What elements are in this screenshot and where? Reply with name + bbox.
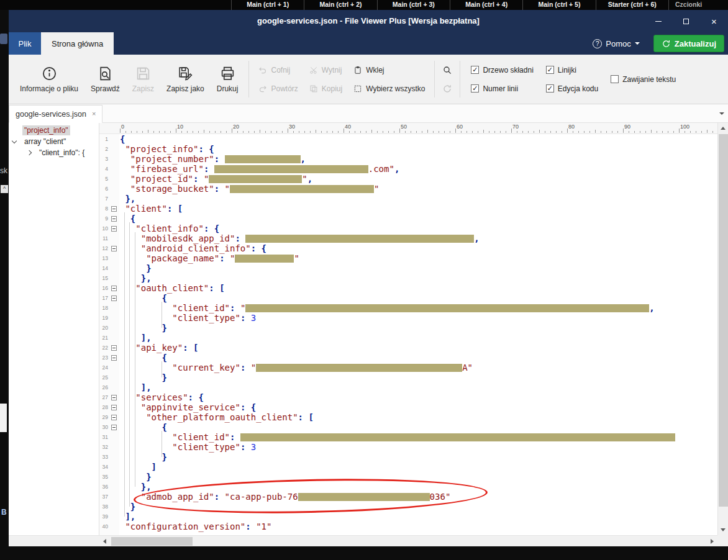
code-edit-checkbox[interactable]: ✓Edycja kodu bbox=[546, 84, 598, 93]
fold-column bbox=[108, 452, 120, 462]
ruler-label: 40 bbox=[345, 124, 351, 130]
save-as-button[interactable]: Zapisz jako bbox=[160, 55, 211, 104]
background-window-tab[interactable]: Starter (ctrl + 6) bbox=[596, 0, 668, 10]
save-icon bbox=[135, 66, 151, 81]
view-options: ✓Drzewo składni✓Numer linii ✓Linijki✓Edy… bbox=[465, 55, 682, 104]
background-window-tab[interactable]: Main (ctrl + 5) bbox=[522, 0, 595, 10]
code-editor[interactable]: 0102030405060708090100 1{2 "project_info… bbox=[99, 123, 717, 535]
code-text: "current_key": "A" bbox=[120, 363, 473, 373]
vertical-scrollbar-thumb[interactable] bbox=[719, 134, 728, 507]
background-window-tab[interactable]: Main (ctrl + 3) bbox=[377, 0, 450, 10]
fold-collapse-icon[interactable] bbox=[111, 345, 117, 351]
tab-file[interactable]: Plik bbox=[9, 32, 41, 55]
fold-collapse-icon[interactable] bbox=[111, 226, 117, 232]
document-tab[interactable]: google-services.json × bbox=[9, 105, 102, 123]
undo-button[interactable]: Cofnij bbox=[253, 66, 303, 75]
ruler-label: 30 bbox=[289, 124, 295, 130]
code-text: ], bbox=[120, 512, 135, 522]
fold-column bbox=[108, 363, 120, 373]
horizontal-scrollbar-thumb[interactable] bbox=[111, 537, 193, 546]
ruler-tick bbox=[165, 131, 165, 133]
search-button[interactable] bbox=[442, 65, 452, 75]
line-number: 40 bbox=[99, 522, 108, 531]
scroll-up-button[interactable] bbox=[718, 123, 728, 133]
file-info-button[interactable]: Informacje o pliku bbox=[14, 55, 84, 104]
ruler-tick bbox=[601, 131, 601, 133]
verify-button[interactable]: Sprawdź bbox=[84, 55, 126, 104]
close-button[interactable]: × bbox=[700, 10, 728, 32]
fold-collapse-icon[interactable] bbox=[111, 425, 117, 430]
ruler-tick bbox=[377, 131, 378, 133]
select-all-button[interactable]: Wybierz wszystko bbox=[348, 84, 430, 93]
update-button[interactable]: Zaktualizuj bbox=[653, 35, 724, 52]
tree-item[interactable]: "project_info" bbox=[9, 125, 99, 136]
print-button[interactable]: Drukuj bbox=[211, 55, 245, 104]
code-token: 3 bbox=[251, 313, 256, 323]
scroll-right-button[interactable] bbox=[707, 536, 717, 546]
paste-button[interactable]: Wklej bbox=[348, 66, 430, 75]
search-next-button[interactable] bbox=[442, 84, 452, 94]
code-line: 4 "firebase_url": .com", bbox=[99, 164, 717, 174]
minimize-button[interactable] bbox=[644, 10, 672, 32]
ruler-label: 80 bbox=[568, 124, 575, 130]
fold-collapse-icon[interactable] bbox=[111, 296, 117, 301]
fold-collapse-icon[interactable] bbox=[111, 355, 117, 361]
code-text: }, bbox=[120, 194, 135, 204]
background-window-tab[interactable]: Main (ctrl + 1) bbox=[231, 0, 304, 10]
scroll-down-button[interactable] bbox=[718, 525, 728, 535]
line-number: 14 bbox=[99, 263, 108, 273]
rulers-checkbox[interactable]: ✓Linijki bbox=[546, 66, 598, 75]
tab-list-dropdown-icon[interactable] bbox=[719, 112, 724, 115]
fold-collapse-icon[interactable] bbox=[111, 415, 117, 420]
cut-button[interactable]: Wytnij bbox=[304, 66, 347, 75]
chevron-down-icon[interactable] bbox=[12, 140, 22, 143]
background-window-tab[interactable]: Main (ctrl + 2) bbox=[304, 0, 376, 10]
code-token: ], bbox=[125, 512, 135, 522]
code-token: "android_client_info" bbox=[141, 243, 251, 253]
ruler-tick bbox=[595, 130, 596, 133]
line-number: 6 bbox=[99, 184, 108, 194]
code-text: "oauth_client": [ bbox=[120, 283, 225, 293]
code-line: 35 } bbox=[99, 472, 717, 482]
code-text: } bbox=[120, 323, 167, 333]
tree-item[interactable]: array "client" bbox=[9, 136, 99, 147]
code-text: "client": [ bbox=[120, 204, 183, 214]
code-token: : bbox=[219, 253, 230, 263]
fold-collapse-icon[interactable] bbox=[111, 216, 117, 222]
code-token: A" bbox=[462, 363, 473, 373]
line-number: 35 bbox=[99, 472, 108, 482]
tree-item[interactable]: "client_info": { bbox=[9, 147, 99, 158]
chevron-right-icon[interactable] bbox=[27, 151, 37, 155]
help-menu[interactable]: ? Pomoc bbox=[593, 39, 639, 48]
scroll-left-button[interactable] bbox=[99, 536, 110, 546]
line-numbers-checkbox[interactable]: ✓Numer linii bbox=[471, 84, 533, 93]
save-button[interactable]: Zapisz bbox=[126, 55, 160, 104]
code-token: "client_id" bbox=[172, 303, 230, 313]
undo-icon bbox=[258, 66, 267, 75]
maximize-button[interactable] bbox=[672, 10, 700, 32]
code-token: "client_type" bbox=[172, 313, 240, 323]
background-window-tab[interactable]: Czcionki bbox=[668, 0, 728, 10]
tab-home-active[interactable]: Strona główna bbox=[41, 32, 114, 55]
vertical-scrollbar[interactable] bbox=[717, 123, 728, 535]
close-tab-icon[interactable]: × bbox=[92, 111, 96, 117]
copy-button[interactable]: Kopiuj bbox=[304, 84, 347, 93]
horizontal-scrollbar[interactable] bbox=[99, 535, 717, 546]
background-window-tab[interactable]: Main (ctrl + 4) bbox=[450, 0, 522, 10]
redo-button[interactable]: Powtórz bbox=[253, 84, 303, 93]
ruler-tick bbox=[472, 131, 473, 133]
fold-collapse-icon[interactable] bbox=[111, 286, 117, 291]
fold-collapse-icon[interactable] bbox=[111, 206, 117, 212]
fold-collapse-icon[interactable] bbox=[111, 395, 117, 400]
fold-column bbox=[108, 502, 120, 512]
fold-collapse-icon[interactable] bbox=[111, 246, 117, 251]
fold-collapse-icon[interactable] bbox=[111, 405, 117, 410]
refresh-icon bbox=[662, 39, 671, 48]
code-token: : [ bbox=[209, 283, 224, 293]
button-label: Wybierz wszystko bbox=[366, 84, 425, 93]
line-number: 19 bbox=[99, 313, 108, 323]
word-wrap-checkbox[interactable]: Zawijanie tekstu bbox=[611, 75, 676, 84]
checkbox-checked-icon: ✓ bbox=[471, 84, 479, 93]
syntax-tree-checkbox[interactable]: ✓Drzewo składni bbox=[471, 66, 533, 75]
code-token: { bbox=[130, 214, 135, 224]
